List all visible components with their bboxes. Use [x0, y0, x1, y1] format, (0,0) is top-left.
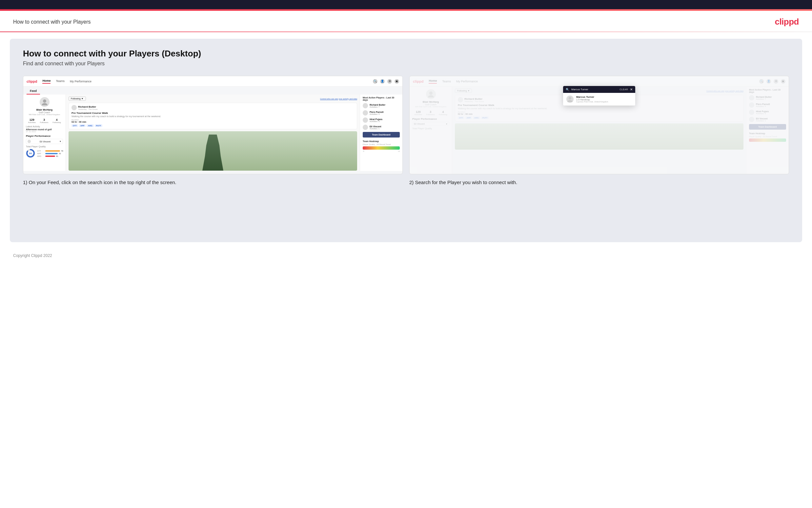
section-subtitle: Find and connect with your Players	[23, 61, 789, 67]
chevron-down-icon: ▼	[81, 97, 84, 100]
team-dashboard-button[interactable]: Team Dashboard	[363, 132, 400, 137]
score-donut: 84	[26, 149, 35, 158]
stat-followers: 3 Followers	[40, 118, 49, 123]
app-nav-1: clippd Home Teams My Performance 🔍 👤 ⚙ ▣	[23, 76, 402, 87]
search-bar: 🔍 Marcus Turner CLEAR ✕	[563, 86, 635, 93]
svg-point-7	[569, 97, 571, 99]
profile-role: Golf Coach	[26, 111, 63, 114]
screenshot-block-2: clippd Home Teams My Performance 🔍 👤 ⚙ ▣	[409, 76, 789, 186]
avatar-icon[interactable]: ▣	[394, 79, 399, 84]
activity-date: 27 Jul 2022	[26, 131, 63, 133]
player-name-4: Eli Vincent	[370, 125, 381, 128]
screenshots-row: clippd Home Teams My Performance 🔍 👤 ⚙ ▣…	[23, 76, 789, 186]
screenshot-desc-2: 2) Search for the Player you wish to con…	[409, 179, 789, 186]
bar-ott: OTT 79	[37, 150, 63, 152]
search-result-avatar	[566, 95, 574, 103]
screenshot-desc-1: 1) On your Feed, click on the search ico…	[23, 179, 403, 186]
latest-activity-label: Latest Activity	[26, 125, 63, 128]
player-acts-1: Activities: 7	[370, 106, 385, 108]
golfer-silhouette	[200, 134, 226, 171]
activity-user-avatar	[71, 105, 77, 110]
header-divider	[0, 32, 812, 32]
tpq-label: Total Player Quality	[26, 145, 63, 148]
most-active-heading: Most Active Players - Last 30 days	[363, 96, 400, 101]
bar-app: APP 70	[37, 153, 63, 155]
person-icon-2: 👤	[766, 79, 771, 84]
search-input-text[interactable]: Marcus Turner	[571, 88, 618, 91]
logo: clippd	[775, 17, 799, 27]
app-body-1: Blair McHarg Golf Coach Mill Ride Golf C…	[23, 94, 402, 171]
activity-desc: Walking the course with my coach to buil…	[71, 115, 354, 118]
player-avatar-3	[363, 118, 368, 123]
app-screenshot-1: clippd Home Teams My Performance 🔍 👤 ⚙ ▣…	[23, 76, 403, 174]
player-avatar-1	[363, 103, 368, 108]
app-nav-2-bg: clippd Home Teams My Performance 🔍 👤 ⚙ ▣	[410, 76, 789, 87]
team-heatmap-label: Team Heatmap	[363, 140, 400, 142]
top-bar	[0, 0, 812, 9]
search-icon[interactable]: 🔍	[373, 79, 378, 84]
bar-arg: ARG 61	[37, 155, 63, 157]
badge-ott: OTT	[71, 124, 78, 127]
player-list-item-4: Eli Vincent Activities: 1	[363, 125, 400, 130]
control-link[interactable]: Control who can see your activity and da…	[320, 98, 357, 100]
profile-name: Blair McHarg	[26, 108, 63, 111]
badge-arg: ARG	[87, 124, 93, 127]
player-acts-2: Activities: 4	[370, 113, 383, 115]
chevron-down-icon: ▼	[59, 140, 61, 142]
profile-club: Mill Ride Golf Club, United Kingdom	[26, 114, 63, 116]
followers-label: Followers	[40, 121, 49, 123]
svg-point-1	[42, 103, 48, 105]
profile-card: Blair McHarg Golf Coach Mill Ride Golf C…	[26, 97, 63, 116]
copyright: Copyright Clippd 2022	[13, 253, 52, 258]
player-list-item-1: Richard Butler Activities: 7	[363, 103, 400, 108]
activity-user-row: Richard Butler Yesterday · The Grove	[71, 105, 354, 110]
player-select-avatar	[28, 140, 31, 143]
following-button[interactable]: Following ▼	[68, 96, 86, 101]
following-count: 4	[52, 118, 61, 121]
nav-my-performance[interactable]: My Performance	[70, 80, 92, 83]
svg-text:84: 84	[29, 152, 32, 155]
golfer-image	[68, 131, 357, 171]
svg-point-6	[428, 95, 434, 97]
badge-app: APP	[79, 124, 86, 127]
stat-bars: OTT 79 APP 70 ARG	[37, 150, 63, 158]
heatmap-labels: -5 +5	[363, 150, 400, 152]
nav-teams[interactable]: Teams	[56, 79, 64, 83]
search-result-handicap: 1-5 Handicap	[576, 98, 608, 101]
search-result[interactable]: Marcus Turner 1-5 Handicap Cypress Point…	[563, 93, 635, 106]
clear-button[interactable]: CLEAR	[620, 88, 628, 91]
activity-card: Richard Butler Yesterday · The Grove Pre…	[68, 103, 357, 129]
person-icon[interactable]: 👤	[380, 79, 385, 84]
heatmap-sub: Player Quality · 20 Round Trend	[363, 143, 400, 145]
screenshot-block-1: clippd Home Teams My Performance 🔍 👤 ⚙ ▣…	[23, 76, 403, 186]
close-icon[interactable]: ✕	[630, 88, 633, 91]
player-acts-4: Activities: 1	[370, 128, 381, 130]
player-name-1: Richard Butler	[370, 104, 385, 106]
followers-count: 3	[40, 118, 49, 121]
badge-putt: PUTT	[95, 124, 103, 127]
activity-username: Richard Butler	[78, 105, 98, 108]
svg-point-8	[567, 100, 573, 102]
settings-icon[interactable]: ⚙	[387, 79, 392, 84]
feed-tab-1[interactable]: Feed	[27, 88, 40, 94]
footer: Copyright Clippd 2022	[0, 249, 812, 262]
player-acts-3: Activities: 3	[370, 120, 382, 122]
player-list-item-2: Piers Parnell Activities: 4	[363, 110, 400, 116]
stat-following: 4 Following	[52, 118, 61, 123]
search-mag-icon: 🔍	[566, 88, 569, 91]
search-result-name: Marcus Turner	[576, 95, 608, 98]
nav-home[interactable]: Home	[42, 79, 50, 84]
search-overlay: 🔍 Marcus Turner CLEAR ✕ Marcus Turner 1-…	[563, 86, 635, 106]
header: How to connect with your Players clippd	[0, 11, 812, 32]
left-panel-1: Blair McHarg Golf Coach Mill Ride Golf C…	[23, 94, 66, 171]
center-panel-1: Following ▼ Control who can see your act…	[66, 94, 360, 171]
activity-course: Yesterday · The Grove	[78, 108, 98, 110]
app-screenshot-2: clippd Home Teams My Performance 🔍 👤 ⚙ ▣	[409, 76, 789, 174]
main-content: How to connect with your Players (Deskto…	[10, 39, 802, 242]
player-name-2: Piers Parnell	[370, 111, 383, 113]
player-select[interactable]: Eli Vincent ▼	[26, 139, 63, 144]
following-row: Following ▼ Control who can see your act…	[68, 96, 357, 101]
app-nav-logo-1: clippd	[27, 79, 37, 83]
search-icon-2: 🔍	[759, 79, 764, 84]
activities-label: Activities	[28, 121, 36, 123]
